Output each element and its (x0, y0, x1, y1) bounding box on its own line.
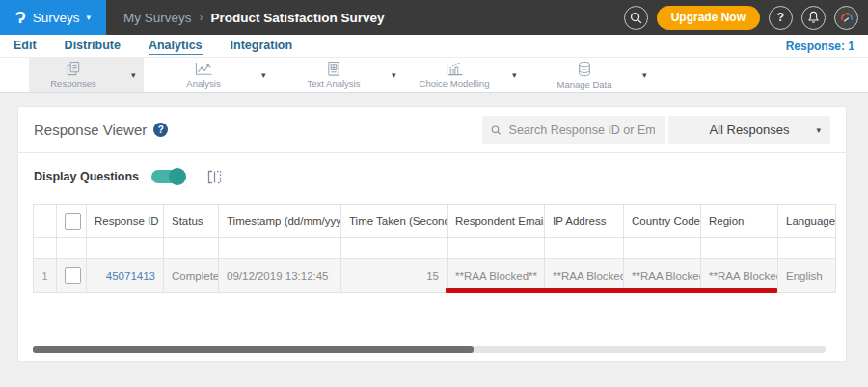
response-viewer-panel: Response Viewer ? All Responses ▾ Displa… (17, 106, 847, 362)
filter-cell[interactable] (164, 238, 219, 259)
red-highlight-annotation (446, 288, 777, 293)
header-response-id-label: Response ID (95, 215, 158, 227)
responses-table: Response ID▾ Status Timestamp (dd/mm/yyy… (33, 204, 836, 293)
account-avatar[interactable] (834, 6, 858, 30)
questionpro-logo-icon: Ɂ (15, 10, 26, 26)
responses-filter-dropdown[interactable]: All Responses ▾ (668, 116, 830, 144)
scrollbar-thumb[interactable] (33, 346, 474, 353)
text-analysis-dropdown-caret-icon[interactable]: ▾ (392, 70, 396, 80)
toolbar-label-text-analysis: Text Analysis (308, 78, 361, 89)
freeze-columns-icon (207, 170, 222, 184)
table-filter-row (34, 238, 836, 259)
toolbar-item-responses[interactable]: Responses ▾ (29, 58, 144, 92)
header-language[interactable]: Language (778, 205, 836, 238)
top-bar: Ɂ Surveys ▾ My Surveys › Product Satisfa… (0, 0, 868, 35)
row-number: 1 (34, 259, 57, 293)
toolbar-item-analysis[interactable]: Analysis ▾ (159, 58, 274, 92)
toolbar-item-choice-modelling[interactable]: Choice Modelling ▾ (410, 58, 525, 92)
upgrade-now-label: Upgrade Now (671, 11, 746, 24)
filter-cell (57, 238, 87, 259)
filter-cell[interactable] (545, 238, 624, 259)
select-all-checkbox[interactable] (65, 213, 81, 230)
display-questions-row: Display Questions (34, 167, 222, 186)
search-icon (630, 12, 642, 24)
global-search-button[interactable] (624, 6, 648, 30)
analysis-dropdown-caret-icon[interactable]: ▾ (261, 70, 266, 80)
responses-icon (63, 61, 84, 77)
bell-icon (807, 11, 820, 24)
tab-integration[interactable]: Integration (231, 40, 293, 52)
response-id-link[interactable]: 45071413 (106, 270, 155, 282)
header-response-id[interactable]: Response ID▾ (87, 205, 164, 238)
filter-cell (34, 238, 57, 259)
filter-cell[interactable] (219, 238, 341, 259)
analytics-toolbar: Responses ▾ Analysis ▾ (0, 58, 868, 93)
breadcrumb: My Surveys › Product Satisfaction Survey (123, 11, 385, 25)
search-response-input[interactable] (507, 123, 657, 138)
response-count-label: Response: 1 (786, 40, 854, 53)
header-timestamp[interactable]: Timestamp (dd/mm/yyyy)⇅ (219, 205, 341, 238)
header-respondent-email[interactable]: Respondent Email (448, 205, 545, 238)
toolbar-item-manage-data[interactable]: Manage Data ▾ (540, 58, 655, 92)
response-viewer-help-icon[interactable]: ? (153, 123, 168, 137)
toolbar-item-text-analysis[interactable]: Text Analysis ▾ (289, 58, 404, 92)
toolbar-label-responses: Responses (50, 78, 96, 89)
responses-filter-value: All Responses (709, 123, 789, 137)
analysis-icon (192, 61, 215, 77)
responses-dropdown-caret-icon[interactable]: ▾ (131, 70, 136, 80)
header-region[interactable]: Region (701, 205, 778, 238)
header-country-code[interactable]: Country Code (624, 205, 701, 238)
breadcrumb-separator: › (200, 11, 203, 24)
chevron-down-icon: ▾ (87, 14, 92, 22)
display-questions-toggle[interactable] (151, 170, 185, 183)
tab-edit[interactable]: Edit (14, 40, 37, 52)
help-button[interactable]: ? (769, 6, 793, 30)
manage-data-icon (575, 61, 594, 78)
header-time-taken[interactable]: Time Taken (Seconds)⇅ (341, 205, 448, 238)
toggle-knob (169, 168, 186, 185)
tab-analytics[interactable]: Analytics (149, 40, 203, 55)
row-checkbox[interactable] (65, 267, 81, 284)
toolbar-label-manage-data: Manage Data (556, 79, 611, 90)
cell-language: English (778, 259, 836, 293)
tab-distribute[interactable]: Distribute (65, 40, 121, 52)
upgrade-now-button[interactable]: Upgrade Now (657, 6, 760, 30)
cell-time-taken: 15 (341, 259, 448, 293)
display-questions-label: Display Questions (34, 170, 139, 183)
filter-cell[interactable] (341, 238, 448, 259)
app-window: Ɂ Surveys ▾ My Surveys › Product Satisfa… (0, 0, 868, 387)
cell-status: Completed (164, 259, 219, 293)
header-time-taken-label: Time Taken (Seconds) (349, 215, 448, 227)
question-mark-icon: ? (777, 11, 784, 24)
filter-cell[interactable] (701, 238, 778, 259)
header-timestamp-label: Timestamp (dd/mm/yyyy) (227, 215, 341, 227)
cell-timestamp: 09/12/2019 13:12:45 (219, 259, 341, 293)
breadcrumb-my-surveys[interactable]: My Surveys (123, 11, 192, 25)
surveys-menu-label: Surveys (33, 11, 80, 25)
freeze-columns-button[interactable] (207, 170, 222, 184)
surveys-product-menu[interactable]: Ɂ Surveys ▾ (0, 0, 106, 35)
account-logo-icon (839, 10, 854, 25)
search-icon (491, 124, 502, 136)
header-status[interactable]: Status (164, 205, 219, 238)
page-title: Response Viewer (34, 122, 147, 138)
filter-cell[interactable] (87, 238, 164, 259)
filter-cell[interactable] (624, 238, 701, 259)
header-row-number (34, 205, 57, 238)
table-header-row: Response ID▾ Status Timestamp (dd/mm/yyy… (34, 205, 836, 238)
header-select-all (57, 205, 87, 238)
header-ip-address[interactable]: IP Address (545, 205, 624, 238)
response-search-box[interactable] (482, 116, 665, 144)
choice-modelling-dropdown-caret-icon[interactable]: ▾ (512, 70, 517, 80)
cell-response-id: 45071413 (87, 259, 164, 293)
notifications-button[interactable] (801, 6, 826, 30)
chevron-down-icon: ▾ (816, 125, 821, 135)
topbar-actions: Upgrade Now ? (624, 6, 868, 30)
toolbar-label-choice-modelling: Choice Modelling (420, 78, 490, 89)
text-analysis-icon (324, 61, 343, 77)
horizontal-scrollbar[interactable] (33, 346, 826, 353)
filter-cell[interactable] (778, 238, 836, 259)
manage-data-dropdown-caret-icon[interactable]: ▾ (642, 70, 647, 80)
filter-cell[interactable] (448, 238, 545, 259)
survey-nav-tabs: Edit Distribute Analytics Integration Re… (0, 35, 868, 58)
